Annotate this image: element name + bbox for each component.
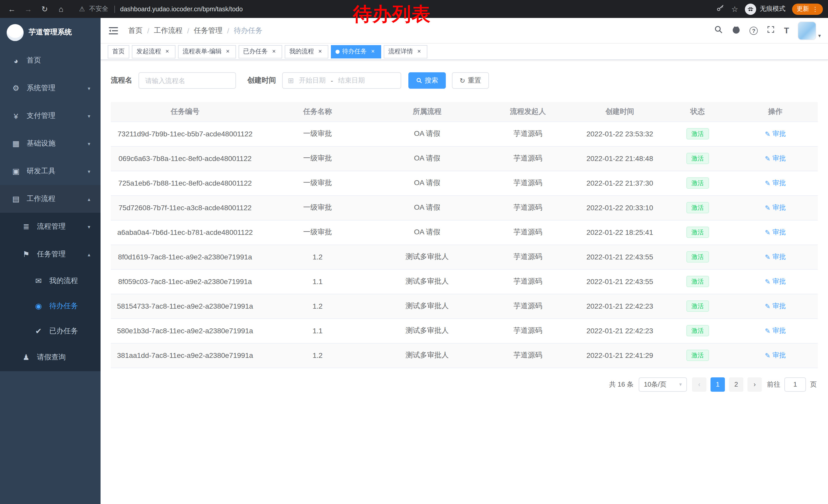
prev-page-button[interactable]: ‹	[692, 377, 706, 392]
tab-item[interactable]: 发起流程×	[132, 45, 175, 58]
approve-link[interactable]: ✎审批	[765, 129, 786, 138]
sidebar-item-label: 我的流程	[49, 276, 78, 285]
reset-button-label: 重置	[468, 76, 481, 85]
sidebar-item-done-task[interactable]: ✔已办任务	[0, 318, 100, 343]
close-icon[interactable]: ×	[369, 48, 377, 55]
breadcrumb-item[interactable]: 工作流程	[154, 26, 182, 35]
sidebar-item-home[interactable]: ◕首页	[0, 47, 100, 74]
close-icon[interactable]: ×	[224, 48, 232, 55]
task-name-cell: 一级审批	[259, 122, 376, 146]
date-range-picker[interactable]: ⊞ 开始日期 - 结束日期	[282, 72, 401, 89]
breadcrumb-item[interactable]: 任务管理	[194, 26, 223, 35]
github-icon[interactable]	[732, 25, 741, 36]
status-badge: 激活	[686, 153, 709, 164]
avatar[interactable]	[798, 21, 816, 40]
sidebar-item-process-mgmt[interactable]: ≣流程管理▾	[0, 213, 100, 240]
approve-link[interactable]: ✎审批	[765, 252, 786, 262]
sidebar-item-label: 支付管理	[27, 111, 55, 121]
fullscreen-icon[interactable]	[767, 25, 775, 36]
reload-icon[interactable]: ↻	[38, 2, 51, 16]
status-cell: 激活	[662, 318, 733, 343]
sidebar-item-leave-query[interactable]: ♟请假查询	[0, 343, 100, 371]
task-id-cell: 75d72608-7b7f-11ec-a3c8-acde48001122	[111, 195, 259, 220]
close-icon[interactable]: ×	[271, 48, 278, 55]
sidebar-item-system[interactable]: ⚙系统管理▾	[0, 74, 100, 102]
chevron-down-icon: ▾	[88, 224, 90, 229]
tab-item[interactable]: 我的流程×	[285, 45, 328, 58]
back-icon[interactable]: ←	[5, 2, 18, 16]
app-logo-row[interactable]: 芋道管理系统	[0, 18, 100, 47]
sidebar-item-workflow[interactable]: ▤工作流程▴	[0, 185, 100, 213]
edit-icon: ✎	[765, 179, 771, 187]
key-icon[interactable]	[716, 4, 724, 14]
tab-label: 我的流程	[289, 47, 314, 56]
hamburger-icon[interactable]	[109, 27, 118, 35]
sidebar-item-payment[interactable]: ¥支付管理▾	[0, 102, 100, 130]
status-cell: 激活	[662, 146, 733, 171]
sidebar-item-label: 待办任务	[49, 301, 78, 311]
end-date-placeholder[interactable]: 结束日期	[338, 76, 365, 85]
close-icon[interactable]: ×	[416, 48, 423, 55]
table-row: 580e1b3d-7ac8-11ec-a9e2-a2380e71991a1.1测…	[111, 318, 818, 343]
sidebar-item-infra[interactable]: ▦基础设施▾	[0, 130, 100, 157]
reset-button[interactable]: ↻ 重置	[452, 72, 489, 89]
column-header: 状态	[662, 102, 733, 122]
approve-link[interactable]: ✎审批	[765, 203, 786, 212]
process-cell: OA 请假	[376, 220, 479, 244]
goto-page-input[interactable]	[784, 377, 806, 392]
process-cell: 测试多审批人	[376, 244, 479, 269]
approve-link[interactable]: ✎审批	[765, 302, 786, 311]
search-button[interactable]: 搜索	[408, 72, 446, 89]
url-text[interactable]: dashboard.yudao.iocoder.cn/bpm/task/todo	[114, 5, 243, 12]
start-date-placeholder[interactable]: 开始日期	[299, 76, 326, 85]
process-name-input[interactable]	[138, 72, 236, 89]
font-size-icon[interactable]: T	[784, 26, 789, 35]
incognito-icon	[745, 3, 756, 15]
sidebar-item-devtools[interactable]: ▣研发工具▾	[0, 157, 100, 185]
sidebar-item-todo-task[interactable]: ◉待办任务	[0, 293, 100, 318]
todo-task-table: 任务编号任务名称所属流程流程发起人创建时间状态操作 73211d9d-7b9b-…	[111, 102, 818, 368]
update-label: 更新	[797, 5, 809, 13]
sidebar-item-task-mgmt[interactable]: ⚑任务管理▴	[0, 240, 100, 268]
close-icon[interactable]: ×	[317, 48, 324, 55]
page-button[interactable]: 1	[710, 377, 725, 392]
kebab-menu-icon[interactable]: ⋮	[812, 5, 818, 12]
create-time-cell: 2022-01-21 22:43:55	[577, 244, 662, 269]
next-page-button[interactable]: ›	[747, 377, 762, 392]
help-icon[interactable]: ?	[749, 27, 758, 35]
tab-item[interactable]: 待办任务×	[331, 45, 381, 58]
task-name-cell: 1.2	[259, 294, 376, 318]
approve-link[interactable]: ✎审批	[765, 178, 786, 188]
approve-link-label: 审批	[773, 154, 786, 163]
status-badge: 激活	[686, 227, 709, 238]
approve-link[interactable]: ✎审批	[765, 228, 786, 237]
tab-item[interactable]: 流程表单-编辑×	[178, 45, 236, 58]
search-icon[interactable]	[714, 25, 723, 36]
dashboard-icon: ◕	[10, 56, 22, 65]
star-icon[interactable]: ☆	[731, 4, 738, 13]
status-badge: 激活	[686, 251, 709, 263]
tab-item[interactable]: 流程详情×	[384, 45, 427, 58]
tab-item[interactable]: 首页	[108, 45, 129, 58]
tab-item[interactable]: 已办任务×	[239, 45, 282, 58]
user-menu[interactable]: ▾	[798, 21, 821, 40]
close-icon[interactable]: ×	[164, 48, 171, 55]
incognito-badge: 无痕模式	[745, 3, 785, 15]
approve-link[interactable]: ✎审批	[765, 154, 786, 163]
update-button[interactable]: 更新 ⋮	[792, 3, 823, 15]
forward-icon[interactable]: →	[22, 2, 35, 16]
edit-icon: ✎	[765, 228, 771, 236]
initiator-cell: 芋道源码	[479, 220, 577, 244]
approve-link[interactable]: ✎审批	[765, 351, 786, 360]
breadcrumb-item[interactable]: 首页	[128, 26, 142, 35]
approve-link[interactable]: ✎审批	[765, 277, 786, 286]
sidebar-item-my-process[interactable]: ✉我的流程	[0, 268, 100, 293]
page-size-select[interactable]: 10条/页 ▾	[639, 377, 687, 392]
table-row: a6aba0a4-7b6d-11ec-b781-acde48001122一级审批…	[111, 220, 818, 244]
page-button[interactable]: 2	[729, 377, 743, 392]
home-icon[interactable]: ⌂	[54, 2, 68, 16]
address-bar[interactable]: ⚠ 不安全 dashboard.yudao.iocoder.cn/bpm/tas…	[79, 5, 243, 13]
table-row: 58154733-7ac8-11ec-a9e2-a2380e71991a1.2测…	[111, 294, 818, 318]
edit-icon: ✎	[765, 130, 771, 138]
approve-link[interactable]: ✎审批	[765, 326, 786, 335]
